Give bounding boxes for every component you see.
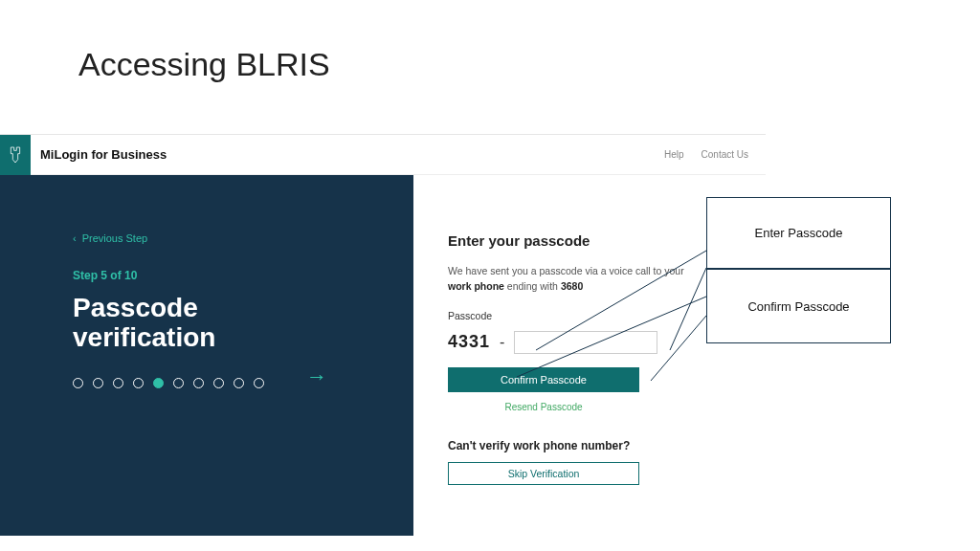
- previous-step-link[interactable]: Previous Step: [73, 232, 413, 244]
- slide-title: Accessing BLRIS: [0, 0, 980, 83]
- passcode-input[interactable]: [514, 331, 657, 354]
- step-dot: [234, 378, 244, 388]
- next-arrow-icon[interactable]: →: [306, 364, 327, 389]
- step-dot: [254, 378, 264, 388]
- skip-verification-button[interactable]: Skip Verification: [448, 462, 639, 485]
- passcode-dash: -: [500, 334, 504, 351]
- annotation-confirm-passcode: Confirm Passcode: [706, 269, 891, 343]
- step-dot: [193, 378, 204, 388]
- brand-label: MiLogin for Business: [40, 147, 167, 162]
- annotation-enter-passcode: Enter Passcode: [706, 197, 891, 269]
- confirm-passcode-button[interactable]: Confirm Passcode: [448, 367, 639, 392]
- app-window: MiLogin for Business Help Contact Us Pre…: [0, 134, 766, 536]
- topbar: MiLogin for Business Help Contact Us: [0, 135, 766, 175]
- step-dot: [93, 378, 103, 388]
- contact-link[interactable]: Contact Us: [702, 149, 748, 160]
- form-heading: Enter your passcode: [448, 232, 731, 249]
- cant-verify-heading: Can't verify work phone number?: [448, 439, 731, 452]
- step-title: Passcode verification: [73, 294, 283, 353]
- step-dot: [113, 378, 123, 388]
- resend-passcode-link[interactable]: Resend Passcode: [448, 402, 639, 412]
- step-dot: [73, 378, 83, 388]
- step-dot-active: [153, 378, 164, 388]
- step-dot: [133, 378, 144, 388]
- form-description: We have sent you a passcode via a voice …: [448, 264, 697, 295]
- passcode-prefix: 4331: [448, 332, 490, 352]
- step-dot: [213, 378, 224, 388]
- passcode-label: Passcode: [448, 310, 731, 321]
- stepper-sidebar: Previous Step Step 5 of 10 Passcode veri…: [0, 175, 413, 536]
- help-link[interactable]: Help: [664, 149, 684, 160]
- step-dots: [73, 378, 413, 388]
- step-counter: Step 5 of 10: [73, 269, 413, 282]
- step-dot: [173, 378, 184, 388]
- logo-icon: [0, 135, 31, 175]
